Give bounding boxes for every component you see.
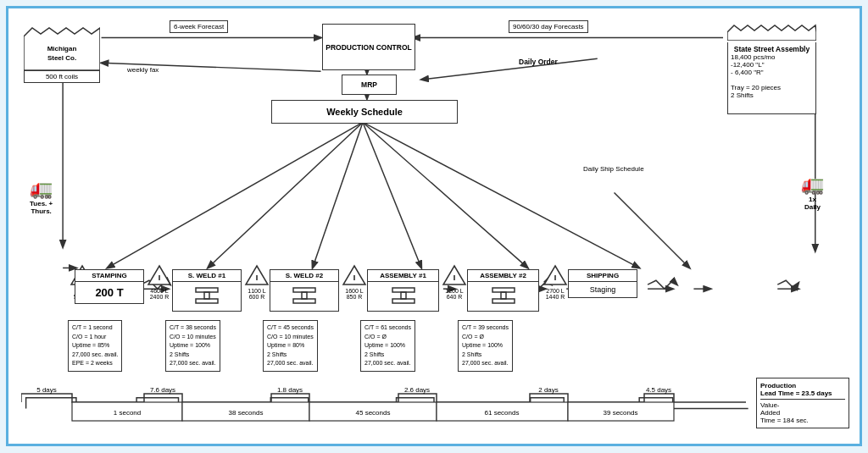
- svg-line-9: [363, 122, 421, 268]
- sweld2-process-box: S. WELD #2: [270, 269, 339, 312]
- svg-text:2 days: 2 days: [538, 386, 559, 394]
- svg-line-6: [108, 122, 363, 268]
- svg-rect-54: [492, 299, 515, 303]
- assembly2-process-box: ASSEMBLY #2: [467, 269, 539, 312]
- delivery-truck-right: 🚛 1xDaily: [801, 174, 824, 211]
- state-street-detail: State Street Assembly 18,400 pcs/mo -12,…: [727, 42, 816, 114]
- assembly2-inv: I 2700 L1440 R: [542, 264, 568, 300]
- svg-rect-44: [293, 299, 315, 303]
- svg-rect-53: [501, 292, 506, 299]
- main-diagram: PRODUCTION CONTROL MRP Michigan Steel Co…: [6, 6, 862, 446]
- assembly2-data-box: C/T = 39 seconds C/O = Ø Uptime = 100% 2…: [458, 320, 513, 372]
- svg-text:I: I: [256, 273, 259, 282]
- weekly-schedule-box: Weekly Schedule: [271, 100, 458, 124]
- svg-marker-32: [727, 25, 816, 41]
- svg-rect-49: [392, 299, 415, 303]
- state-street-box: State Street Assembly 18,400 pcs/mo -12,…: [727, 24, 816, 114]
- sweld1-data-box: C/T = 38 seconds C/O = 10 minutes Uptime…: [165, 320, 220, 372]
- michigan-steel-box: Michigan Steel Co. 500 ft coils: [24, 24, 100, 83]
- delivery-truck-left: 🚛 Tues. +Thurs.: [30, 178, 53, 215]
- daily-ship-schedule-label: Daily Ship Schedule: [583, 165, 644, 173]
- svg-text:7.6 days: 7.6 days: [150, 386, 175, 394]
- svg-line-4: [421, 58, 598, 80]
- svg-text:1 second: 1 second: [114, 409, 141, 417]
- svg-text:I: I: [453, 273, 456, 282]
- svg-text:45 seconds: 45 seconds: [356, 409, 391, 417]
- svg-text:I: I: [159, 273, 161, 282]
- svg-text:1.8 days: 1.8 days: [277, 386, 303, 394]
- stamping-process-box: STAMPING 200 T: [75, 269, 144, 304]
- mrp-box: MRP: [342, 75, 397, 95]
- weekly-schedule-label: Weekly Schedule: [326, 107, 403, 117]
- forecast-90day-label: 90/60/30 day Forecasts: [509, 20, 588, 33]
- sweld2-data-box: C/T = 45 seconds C/O = 10 minutes Uptime…: [263, 320, 318, 372]
- svg-line-7: [208, 122, 363, 268]
- svg-text:61 seconds: 61 seconds: [485, 409, 520, 417]
- assembly1-inv: I 1200 L640 R: [442, 264, 467, 300]
- svg-rect-39: [196, 299, 218, 303]
- svg-rect-38: [204, 292, 209, 299]
- sweld1-process-box: S. WELD #1: [172, 269, 242, 312]
- svg-text:5 days: 5 days: [36, 386, 57, 394]
- stamping-title: STAMPING: [75, 270, 143, 282]
- svg-text:I: I: [554, 273, 557, 282]
- svg-text:39 seconds: 39 seconds: [604, 409, 638, 417]
- svg-text:4.5 days: 4.5 days: [646, 386, 671, 394]
- svg-line-8: [313, 122, 363, 268]
- michigan-detail: 500 ft coils: [24, 70, 100, 83]
- svg-text:I: I: [353, 273, 356, 282]
- assembly1-process-box: ASSEMBLY #1: [367, 269, 439, 312]
- daily-order-label: Daily Order: [519, 58, 558, 66]
- svg-line-11: [363, 122, 639, 268]
- sweld2-inv: I 1600 L850 R: [342, 264, 367, 300]
- weekly-fax-label: weekly fax: [127, 66, 159, 74]
- mrp-label: MRP: [361, 80, 377, 89]
- svg-rect-43: [302, 292, 307, 299]
- stamping-data-box: C/T = 1 second C/O = 1 hour Uptime = 85%…: [68, 320, 122, 372]
- svg-rect-48: [401, 292, 406, 299]
- svg-text:Michigan: Michigan: [47, 45, 77, 52]
- production-control-box: PRODUCTION CONTROL: [322, 24, 415, 70]
- svg-text:Steel Co.: Steel Co.: [47, 54, 76, 62]
- svg-line-10: [363, 122, 528, 268]
- svg-text:38 seconds: 38 seconds: [229, 409, 264, 417]
- svg-line-12: [615, 192, 690, 268]
- forecast-6week-label: 6-week Forecast: [170, 20, 228, 33]
- svg-text:2.6 days: 2.6 days: [404, 386, 430, 394]
- sweld1-inv: I 1100 L600 R: [244, 264, 270, 300]
- production-results-box: ProductionLead Time = 23.5 days Value-Ad…: [756, 378, 849, 428]
- shipping-process-box: SHIPPING Staging: [568, 269, 637, 298]
- stamping-inv: I 4600 L2400 R: [147, 264, 172, 300]
- assembly1-data-box: C/T = 61 seconds C/O = Ø Uptime = 100% 2…: [360, 320, 415, 372]
- prod-ctrl-label: PRODUCTION CONTROL: [326, 43, 412, 52]
